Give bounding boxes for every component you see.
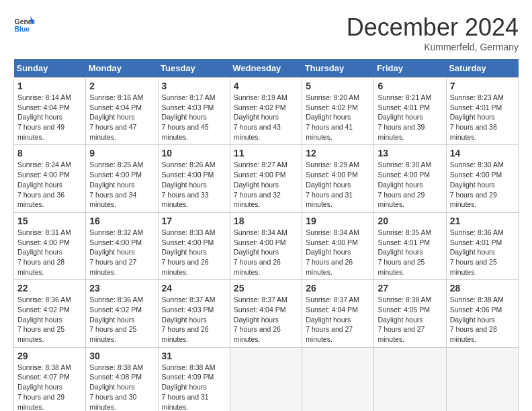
calendar-cell (302, 347, 374, 411)
calendar-cell: 18Sunrise: 8:34 AMSunset: 4:00 PMDayligh… (230, 212, 302, 279)
day-number: 12 (306, 148, 370, 158)
day-number: 18 (234, 216, 298, 226)
calendar-cell: 28Sunrise: 8:38 AMSunset: 4:06 PMDayligh… (446, 280, 518, 347)
calendar-cell: 6Sunrise: 8:21 AMSunset: 4:01 PMDaylight… (374, 78, 446, 145)
day-number: 21 (450, 216, 515, 226)
calendar-week-1: 1Sunrise: 8:14 AMSunset: 4:04 PMDaylight… (14, 78, 519, 145)
day-info: Sunrise: 8:35 AMSunset: 4:01 PMDaylight … (378, 228, 442, 277)
calendar-cell: 9Sunrise: 8:25 AMSunset: 4:00 PMDaylight… (86, 145, 158, 212)
calendar-cell: 4Sunrise: 8:19 AMSunset: 4:02 PMDaylight… (230, 78, 302, 145)
day-info: Sunrise: 8:26 AMSunset: 4:00 PMDaylight … (162, 160, 226, 209)
day-number: 31 (162, 351, 226, 361)
calendar-cell: 5Sunrise: 8:20 AMSunset: 4:02 PMDaylight… (302, 78, 374, 145)
weekday-header-sunday: Sunday (14, 59, 86, 78)
day-number: 19 (306, 216, 370, 226)
day-number: 24 (162, 283, 226, 293)
weekday-header-thursday: Thursday (302, 59, 374, 78)
day-info: Sunrise: 8:37 AMSunset: 4:04 PMDaylight … (306, 295, 370, 344)
calendar-week-5: 29Sunrise: 8:38 AMSunset: 4:07 PMDayligh… (14, 347, 519, 411)
day-number: 17 (162, 216, 226, 226)
title-section: December 2024 Kummerfeld, Germany (347, 13, 519, 52)
day-number: 30 (89, 351, 154, 361)
calendar-cell (230, 347, 302, 411)
calendar-cell: 12Sunrise: 8:29 AMSunset: 4:00 PMDayligh… (302, 145, 374, 212)
weekday-header-friday: Friday (374, 59, 446, 78)
day-info: Sunrise: 8:29 AMSunset: 4:00 PMDaylight … (306, 160, 370, 209)
calendar-cell: 15Sunrise: 8:31 AMSunset: 4:00 PMDayligh… (14, 212, 86, 279)
weekday-header-wednesday: Wednesday (230, 59, 302, 78)
calendar-cell: 22Sunrise: 8:36 AMSunset: 4:02 PMDayligh… (14, 280, 86, 347)
day-number: 7 (450, 81, 515, 91)
day-number: 23 (89, 283, 154, 293)
day-number: 22 (17, 283, 82, 293)
calendar-cell: 23Sunrise: 8:36 AMSunset: 4:02 PMDayligh… (86, 280, 158, 347)
day-info: Sunrise: 8:27 AMSunset: 4:00 PMDaylight … (234, 160, 298, 209)
logo-icon: General Blue (13, 13, 35, 35)
day-info: Sunrise: 8:38 AMSunset: 4:09 PMDaylight … (162, 363, 226, 411)
day-info: Sunrise: 8:23 AMSunset: 4:01 PMDaylight … (450, 93, 515, 142)
day-number: 14 (450, 148, 515, 158)
calendar-cell: 16Sunrise: 8:32 AMSunset: 4:00 PMDayligh… (86, 212, 158, 279)
day-number: 13 (378, 148, 442, 158)
day-number: 8 (17, 148, 82, 158)
day-info: Sunrise: 8:33 AMSunset: 4:00 PMDaylight … (162, 228, 226, 277)
calendar-table: SundayMondayTuesdayWednesdayThursdayFrid… (13, 59, 519, 411)
day-number: 20 (378, 216, 442, 226)
day-info: Sunrise: 8:34 AMSunset: 4:00 PMDaylight … (306, 228, 370, 277)
calendar-cell: 10Sunrise: 8:26 AMSunset: 4:00 PMDayligh… (158, 145, 230, 212)
day-number: 15 (17, 216, 82, 226)
day-info: Sunrise: 8:38 AMSunset: 4:08 PMDaylight … (89, 363, 154, 411)
location-title: Kummerfeld, Germany (347, 42, 519, 52)
weekday-header-tuesday: Tuesday (158, 59, 230, 78)
day-info: Sunrise: 8:17 AMSunset: 4:03 PMDaylight … (162, 93, 226, 142)
day-info: Sunrise: 8:31 AMSunset: 4:00 PMDaylight … (17, 228, 82, 277)
day-number: 25 (234, 283, 298, 293)
day-number: 6 (378, 81, 442, 91)
weekday-header-monday: Monday (86, 59, 158, 78)
day-info: Sunrise: 8:32 AMSunset: 4:00 PMDaylight … (89, 228, 154, 277)
day-info: Sunrise: 8:25 AMSunset: 4:00 PMDaylight … (89, 160, 154, 209)
calendar-cell: 27Sunrise: 8:38 AMSunset: 4:05 PMDayligh… (374, 280, 446, 347)
day-info: Sunrise: 8:38 AMSunset: 4:05 PMDaylight … (378, 295, 442, 344)
calendar-cell: 11Sunrise: 8:27 AMSunset: 4:00 PMDayligh… (230, 145, 302, 212)
calendar-cell: 17Sunrise: 8:33 AMSunset: 4:00 PMDayligh… (158, 212, 230, 279)
day-info: Sunrise: 8:37 AMSunset: 4:04 PMDaylight … (234, 295, 298, 344)
day-number: 2 (89, 81, 154, 91)
calendar-cell: 1Sunrise: 8:14 AMSunset: 4:04 PMDaylight… (14, 78, 86, 145)
calendar-cell: 29Sunrise: 8:38 AMSunset: 4:07 PMDayligh… (14, 347, 86, 411)
day-info: Sunrise: 8:21 AMSunset: 4:01 PMDaylight … (378, 93, 442, 142)
day-info: Sunrise: 8:30 AMSunset: 4:00 PMDaylight … (450, 160, 515, 209)
day-info: Sunrise: 8:19 AMSunset: 4:02 PMDaylight … (234, 93, 298, 142)
calendar-cell: 3Sunrise: 8:17 AMSunset: 4:03 PMDaylight… (158, 78, 230, 145)
calendar-cell: 7Sunrise: 8:23 AMSunset: 4:01 PMDaylight… (446, 78, 518, 145)
day-number: 5 (306, 81, 370, 91)
day-info: Sunrise: 8:34 AMSunset: 4:00 PMDaylight … (234, 228, 298, 277)
day-number: 1 (17, 81, 82, 91)
day-number: 29 (17, 351, 82, 361)
day-info: Sunrise: 8:36 AMSunset: 4:01 PMDaylight … (450, 228, 515, 277)
calendar-cell: 21Sunrise: 8:36 AMSunset: 4:01 PMDayligh… (446, 212, 518, 279)
day-number: 10 (162, 148, 226, 158)
day-info: Sunrise: 8:30 AMSunset: 4:00 PMDaylight … (378, 160, 442, 209)
day-info: Sunrise: 8:38 AMSunset: 4:07 PMDaylight … (17, 363, 82, 411)
header: General Blue December 2024 Kummerfeld, G… (13, 13, 519, 52)
day-number: 3 (162, 81, 226, 91)
calendar-cell (374, 347, 446, 411)
day-number: 27 (378, 283, 442, 293)
calendar-cell: 24Sunrise: 8:37 AMSunset: 4:03 PMDayligh… (158, 280, 230, 347)
day-number: 11 (234, 148, 298, 158)
calendar-cell: 14Sunrise: 8:30 AMSunset: 4:00 PMDayligh… (446, 145, 518, 212)
day-number: 4 (234, 81, 298, 91)
calendar-week-4: 22Sunrise: 8:36 AMSunset: 4:02 PMDayligh… (14, 280, 519, 347)
calendar-cell (446, 347, 518, 411)
day-info: Sunrise: 8:36 AMSunset: 4:02 PMDaylight … (17, 295, 82, 344)
day-info: Sunrise: 8:36 AMSunset: 4:02 PMDaylight … (89, 295, 154, 344)
day-info: Sunrise: 8:38 AMSunset: 4:06 PMDaylight … (450, 295, 515, 344)
calendar-cell: 31Sunrise: 8:38 AMSunset: 4:09 PMDayligh… (158, 347, 230, 411)
logo: General Blue (13, 13, 35, 35)
day-number: 26 (306, 283, 370, 293)
day-number: 16 (89, 216, 154, 226)
day-number: 28 (450, 283, 515, 293)
day-info: Sunrise: 8:14 AMSunset: 4:04 PMDaylight … (17, 93, 82, 142)
calendar-cell: 13Sunrise: 8:30 AMSunset: 4:00 PMDayligh… (374, 145, 446, 212)
